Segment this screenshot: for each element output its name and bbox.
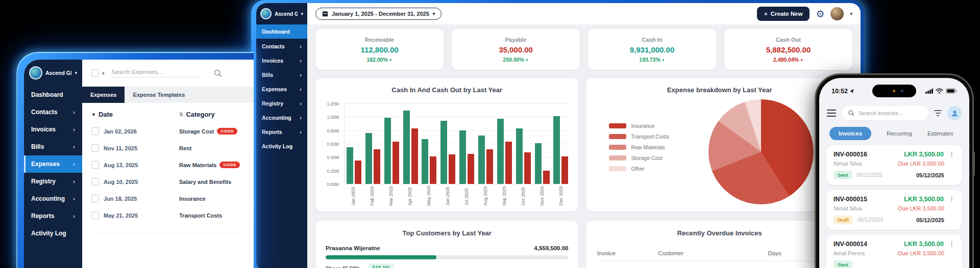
sidebar-item-registry[interactable]: Registry› (256, 96, 307, 111)
row-checkbox[interactable] (91, 195, 99, 202)
table-row[interactable]: INV-000041 Chaminda Silva 544d (597, 261, 842, 268)
column-header-date[interactable]: ▼Date (91, 111, 179, 118)
select-all-checkbox[interactable] (91, 69, 99, 77)
bar-cash-out[interactable] (411, 128, 418, 184)
sidebar-item-reports[interactable]: Reports› (24, 207, 82, 225)
kebab-menu-icon[interactable]: ⋮ (948, 196, 955, 202)
chevron-right-icon: › (300, 86, 302, 92)
bar-cash-out[interactable] (505, 142, 512, 184)
bar-cash-out[interactable] (374, 149, 380, 184)
row-checkbox[interactable] (91, 144, 99, 152)
bar-cash-in[interactable] (478, 136, 485, 184)
stat-card-cash-out[interactable]: Cash Out 5,882,500.00 2,480.04%▲ (724, 29, 852, 70)
bar-cash-in[interactable] (497, 119, 504, 184)
column-header[interactable]: Invoice (597, 245, 658, 261)
search-icon[interactable] (214, 69, 222, 77)
sidebar-item-accounting[interactable]: Accounting› (256, 111, 307, 125)
expense-category: Insurance (179, 196, 206, 202)
user-avatar[interactable] (830, 7, 844, 20)
bar-group (403, 111, 418, 184)
bar-cash-out[interactable] (543, 171, 550, 184)
row-checkbox[interactable] (91, 178, 99, 185)
bar-cash-in[interactable] (384, 118, 391, 184)
sidebar-item-dashboard[interactable]: Dashboard (24, 86, 82, 103)
plus-icon: + (764, 11, 768, 17)
bar-cash-out[interactable] (561, 156, 568, 184)
stat-card-receivable[interactable]: Receivable 112,800.00 182.00%▲ (315, 29, 444, 70)
table-row[interactable]: Jun 18, 2025 Insurance (82, 190, 254, 207)
bar-cash-out[interactable] (430, 156, 436, 184)
sidebar-item-bills[interactable]: Bills› (24, 138, 82, 155)
bar-cash-in[interactable] (535, 143, 542, 184)
sidebar-item-contacts[interactable]: Contacts› (256, 39, 307, 53)
sidebar-item-dashboard[interactable]: Dashboard (256, 24, 307, 39)
bar-cash-in[interactable] (553, 116, 560, 184)
kebab-menu-icon[interactable]: ⋮ (948, 151, 955, 157)
sidebar-item-bills[interactable]: Bills› (256, 68, 307, 82)
row-checkbox[interactable] (91, 211, 99, 219)
chevron-down-icon[interactable]: ▾ (850, 11, 852, 16)
table-row[interactable]: Aug 10, 2025 Salary and Benefits (82, 173, 254, 190)
sidebar-item-reports[interactable]: Reports› (256, 125, 307, 139)
column-header-category[interactable]: ⇅Category (179, 111, 244, 118)
menu-icon[interactable] (827, 110, 836, 117)
share-progress-track (326, 255, 568, 259)
kebab-menu-icon[interactable]: ⋮ (948, 240, 955, 247)
bar-cash-out[interactable] (486, 149, 493, 184)
table-row[interactable]: May 21, 2025 Transport Costs (82, 207, 254, 224)
bar-cash-out[interactable] (355, 160, 361, 184)
column-header[interactable]: Customer (658, 245, 768, 261)
bar-cash-out[interactable] (393, 142, 399, 184)
bar-cash-out[interactable] (524, 152, 531, 184)
invoice-date: 05/12/2025 (916, 217, 944, 223)
workspace-switcher[interactable]: Ascend Glob... ▾ (256, 3, 307, 24)
create-new-button[interactable]: + Create New (757, 7, 810, 21)
bar-chart-x-axis: Jan 2025Feb 2025Mar 2025Apr 2025May 2025… (344, 185, 570, 206)
sidebar-item-invoices[interactable]: Invoices› (24, 121, 82, 138)
stat-card-payable[interactable]: Payable 35,000.00 250.00%▲ (452, 29, 580, 70)
sidebar-item-activity-log[interactable]: Activity Log (24, 225, 82, 242)
tab-estimates[interactable]: Estimates (927, 130, 953, 137)
bar-cash-in[interactable] (516, 128, 523, 184)
sidebar-item-expenses[interactable]: Expenses› (24, 155, 82, 173)
sidebar-item-activity-log[interactable]: Activity Log (256, 139, 307, 153)
bar-cash-in[interactable] (459, 130, 466, 184)
row-checkbox[interactable] (91, 127, 99, 135)
invoice-card[interactable]: INV-000014LKR 3,500.00⋮ Amal PereraDue L… (826, 235, 962, 268)
bar-cash-in[interactable] (403, 111, 410, 184)
bar-cash-out[interactable] (468, 154, 474, 184)
bar-cash-in[interactable] (440, 121, 447, 184)
profile-button[interactable] (947, 106, 962, 120)
chevron-down-icon[interactable]: ▾ (102, 71, 105, 76)
date-range-picker[interactable]: January 1, 2025 - December 31, 2025 ▾ (315, 8, 442, 20)
invoice-search-input[interactable]: Search invoices... (842, 106, 928, 120)
chevron-right-icon: › (73, 126, 75, 132)
settings-gear-icon[interactable]: ⚙ (816, 9, 824, 19)
bar-cash-in[interactable] (365, 133, 372, 184)
sidebar-item-contacts[interactable]: Contacts› (24, 103, 82, 121)
row-checkbox[interactable] (91, 161, 99, 169)
bar-cash-in[interactable] (422, 139, 428, 184)
table-row[interactable]: Nov 11, 2025 Rent (82, 140, 254, 156)
search-input[interactable]: Search Expenses... (112, 69, 198, 77)
tab-recurring[interactable]: Recurring (887, 130, 912, 137)
sidebar-item-registry[interactable]: Registry› (24, 173, 82, 190)
top-customer-row[interactable]: Prasanna Wijeratne 4,559,500.00 (326, 245, 568, 251)
filter-icon[interactable] (934, 110, 942, 116)
sidebar-item-accounting[interactable]: Accounting› (24, 190, 82, 207)
sidebar-item-invoices[interactable]: Invoices› (256, 53, 307, 68)
stat-value: 112,800.00 (360, 45, 398, 54)
tab-expense-templates[interactable]: Expense Templates (125, 87, 193, 103)
tab-expenses[interactable]: Expenses (82, 87, 125, 103)
tab-invoices[interactable]: Invoices (829, 127, 871, 140)
table-row[interactable]: Jan 02, 2026 Storage CostCOGS (82, 123, 254, 140)
bar-cash-out[interactable] (449, 154, 455, 184)
pie-chart[interactable] (708, 99, 814, 204)
sidebar-item-expenses[interactable]: Expenses› (256, 82, 307, 96)
stat-card-cash-in[interactable]: Cash In 9,931,000.00 193.73%▲ (588, 29, 716, 70)
invoice-card[interactable]: INV-000015LKR 3,500.00⋮ Nimal SilvaDue L… (826, 190, 962, 230)
workspace-switcher[interactable]: Ascend Glob... ▾ (24, 60, 82, 86)
bar-cash-in[interactable] (347, 147, 353, 184)
table-row[interactable]: Aug 13, 2025 Raw MaterialsCOGS (82, 156, 254, 173)
invoice-card[interactable]: INV-000016LKR 3,500.00⋮ Nimal SilvaDue L… (826, 145, 962, 185)
